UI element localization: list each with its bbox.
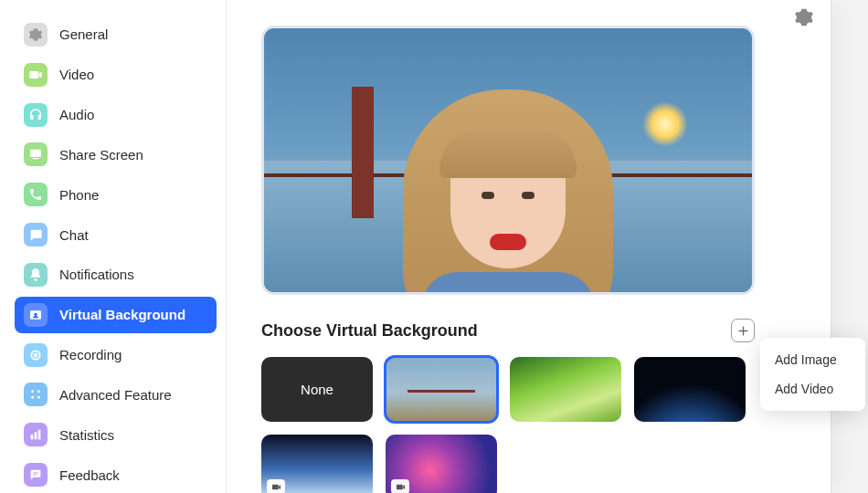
section-title: Choose Virtual Background (261, 321, 478, 341)
sidebar-item-label: Video (59, 67, 94, 82)
sidebar-item-statistics[interactable]: Statistics (15, 416, 217, 453)
svg-rect-10 (38, 430, 41, 440)
sidebar-item-video[interactable]: Video (15, 57, 217, 93)
svg-point-4 (31, 391, 34, 393)
vb-icon (24, 303, 48, 327)
sidebar-item-virtual-background[interactable]: Virtual Background (15, 297, 217, 333)
sidebar-item-advanced[interactable]: Advanced Feature (15, 376, 217, 413)
sidebar-item-label: Advanced Feature (59, 387, 172, 403)
background-thumbnails: None (261, 357, 773, 493)
sidebar-item-label: Share Screen (59, 147, 143, 163)
svg-point-5 (37, 391, 40, 393)
video-badge-icon (267, 479, 285, 493)
add-background-button[interactable] (731, 319, 755, 342)
add-background-menu: Add Image Add Video (760, 338, 865, 411)
thumb-earth-horizon[interactable] (261, 435, 373, 493)
svg-point-6 (31, 396, 34, 399)
sidebar-item-phone[interactable]: Phone (15, 176, 217, 213)
settings-sidebar: General Video Audio Share Screen Phone (0, 0, 227, 493)
bell-icon (24, 263, 48, 287)
thumb-golden-gate[interactable] (386, 357, 497, 422)
sidebar-item-chat[interactable]: Chat (15, 216, 217, 253)
video-badge-icon (391, 479, 409, 493)
phone-icon (24, 183, 48, 206)
thumb-earth-night[interactable] (634, 357, 746, 422)
sidebar-item-label: Feedback (59, 467, 120, 483)
thumb-grass[interactable] (510, 357, 621, 422)
thumb-color-blur[interactable] (386, 435, 497, 493)
sidebar-item-label: Virtual Background (59, 307, 185, 322)
sidebar-item-label: Phone (59, 187, 99, 203)
sidebar-item-notifications[interactable]: Notifications (15, 257, 217, 293)
svg-point-7 (37, 396, 40, 399)
feedback-icon (24, 463, 48, 487)
sidebar-item-label: Recording (59, 347, 122, 362)
chat-icon (24, 223, 48, 246)
sidebar-item-feedback[interactable]: Feedback (15, 456, 217, 493)
settings-window: General Video Audio Share Screen Phone (0, 0, 831, 493)
thumb-none[interactable]: None (261, 357, 373, 422)
menu-add-video[interactable]: Add Video (760, 374, 865, 404)
svg-rect-9 (35, 433, 37, 440)
video-icon (24, 63, 48, 87)
sidebar-item-audio[interactable]: Audio (15, 97, 217, 133)
record-icon (24, 343, 48, 367)
settings-gear-icon[interactable] (794, 7, 814, 27)
preview-person (403, 89, 613, 296)
thumb-none-label: None (301, 382, 333, 397)
main-panel: Choose Virtual Background None (227, 0, 831, 493)
svg-rect-8 (31, 435, 34, 439)
sidebar-item-label: General (59, 26, 108, 42)
svg-point-3 (34, 353, 37, 356)
menu-add-image[interactable]: Add Image (760, 345, 865, 374)
sidebar-item-label: Notifications (59, 267, 134, 282)
stats-icon (24, 423, 48, 446)
sidebar-item-general[interactable]: General (15, 16, 217, 53)
svg-point-1 (34, 312, 37, 315)
sidebar-item-label: Chat (59, 227, 89, 243)
advanced-icon (24, 383, 48, 406)
sidebar-item-label: Audio (59, 107, 94, 122)
gear-icon (24, 23, 48, 47)
video-preview (261, 26, 755, 295)
sidebar-item-recording[interactable]: Recording (15, 337, 217, 373)
share-screen-icon (24, 142, 48, 166)
sidebar-item-label: Statistics (59, 427, 114, 443)
sidebar-item-share-screen[interactable]: Share Screen (15, 136, 217, 173)
headphones-icon (24, 103, 48, 127)
